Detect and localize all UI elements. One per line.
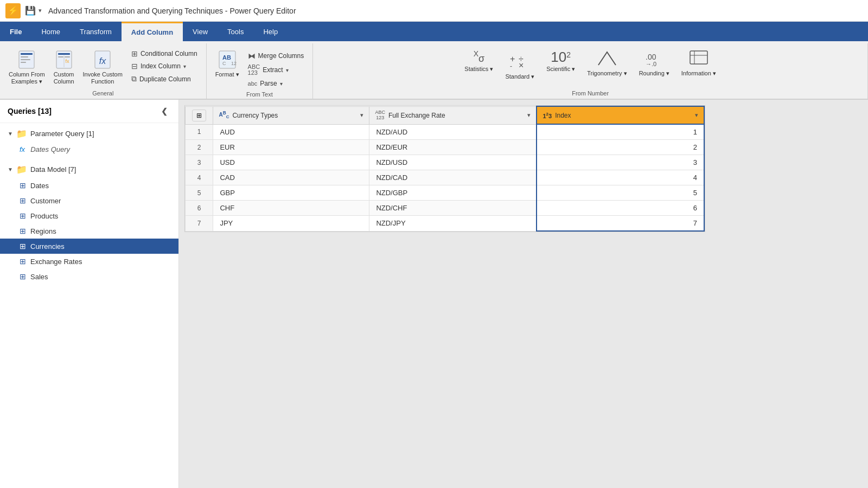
- custom-column-icon: fx: [54, 50, 74, 69]
- svg-rect-3: [21, 59, 30, 60]
- sidebar-item-dates[interactable]: ⊞ Dates: [0, 178, 178, 193]
- exchange-rate-cell: NZD/USD: [369, 155, 537, 170]
- row-number: 1: [186, 124, 213, 140]
- index-col-label: Index: [555, 112, 571, 119]
- scientific-icon: 102: [551, 50, 571, 64]
- index-cell: 1: [537, 124, 704, 140]
- queries-title: Queries [13]: [8, 107, 52, 115]
- parse-button[interactable]: abc Parse ▾: [244, 78, 309, 89]
- custom-column-button[interactable]: fx CustomColumn: [49, 48, 79, 87]
- index-header: 123 Index ▾: [537, 106, 704, 124]
- index-cell: 7: [537, 216, 704, 232]
- ribbon-group-from-number: Xσ Statistics ▾ + ÷ - × Standard ▾: [313, 43, 868, 99]
- table-row: 3USDNZD/USD3: [186, 155, 705, 170]
- collapse-sidebar-button[interactable]: ❮: [158, 105, 171, 117]
- table-row: 2EURNZD/EUR2: [186, 140, 705, 155]
- tab-help[interactable]: Help: [253, 22, 288, 41]
- table-icon-regions: ⊞: [20, 227, 26, 235]
- column-from-examples-icon: [17, 50, 36, 69]
- sidebar-item-customer[interactable]: ⊞ Customer: [0, 193, 178, 208]
- data-table-wrapper: ⊞ ABC Currency Types ▾: [184, 105, 705, 232]
- statistics-label: Statistics ▾: [464, 66, 493, 73]
- tab-file[interactable]: File: [0, 22, 31, 41]
- index-column-label: Index Column: [141, 62, 181, 70]
- trigonometry-button[interactable]: Trigonometry ▾: [583, 48, 631, 79]
- regions-label: Regions: [30, 227, 56, 235]
- extract-button[interactable]: ABC123 Extract ▾: [244, 62, 309, 78]
- full-exchange-rate-header: ABC123 Full Exchange Rate ▾: [369, 106, 537, 124]
- from-text-group-label: From Text: [211, 89, 309, 100]
- sidebar-item-sales[interactable]: ⊞ Sales: [0, 269, 178, 284]
- products-label: Products: [30, 212, 58, 220]
- index-cell: 2: [537, 140, 704, 155]
- statistics-button[interactable]: Xσ Statistics ▾: [460, 48, 497, 75]
- data-model-group-header[interactable]: ▼ 📁 Data Model [7]: [0, 161, 178, 178]
- table-type-badge[interactable]: ⊞: [192, 110, 206, 121]
- exchange-rate-cell: NZD/JPY: [369, 216, 537, 232]
- svg-text:×: ×: [519, 61, 524, 69]
- table-row: 1AUDNZD/AUD1: [186, 124, 705, 140]
- sidebar: Queries [13] ❮ ▼ 📁 Parameter Query [1] f…: [0, 100, 179, 488]
- title-text: Advanced Transformation and Querying Tec…: [48, 7, 296, 15]
- svg-rect-2: [21, 56, 28, 57]
- sidebar-item-exchange-rates[interactable]: ⊞ Exchange Rates: [0, 254, 178, 269]
- sidebar-item-currencies[interactable]: ⊞ Currencies: [0, 239, 178, 254]
- tab-tools[interactable]: Tools: [218, 22, 253, 41]
- table-row: 6CHFNZD/CHF6: [186, 201, 705, 216]
- index-column-icon: ⊟: [131, 62, 138, 70]
- sidebar-item-products[interactable]: ⊞ Products: [0, 208, 178, 223]
- table-icon-exchange-rates: ⊞: [20, 257, 26, 266]
- tab-add-column[interactable]: Add Column: [122, 22, 183, 41]
- exchange-rates-label: Exchange Rates: [30, 258, 82, 266]
- ribbon-group-general: Column FromExamples ▾ fx CustomColumn: [0, 43, 207, 99]
- information-button[interactable]: Information ▾: [677, 48, 720, 79]
- column-from-examples-button[interactable]: Column FromExamples ▾: [4, 48, 49, 87]
- format-button[interactable]: AB C 123 Format ▾: [211, 48, 244, 80]
- index-dropdown[interactable]: ▾: [695, 112, 698, 119]
- title-bar: ⚡ 💾 ▾ Advanced Transformation and Queryi…: [0, 0, 868, 22]
- scientific-button[interactable]: 102 Scientific ▾: [542, 48, 579, 75]
- parse-icon: abc: [248, 80, 258, 87]
- index-cell: 5: [537, 185, 704, 201]
- conditional-column-button[interactable]: ⊞ Conditional Column: [127, 48, 202, 60]
- currency-types-cell: USD: [213, 155, 369, 170]
- expand-arrow-icon-2: ▼: [8, 166, 13, 172]
- dates-query-label: Dates Query: [30, 145, 70, 153]
- standard-button[interactable]: + ÷ - × Standard ▾: [501, 48, 539, 82]
- sidebar-item-dates-query[interactable]: fx Dates Query: [0, 142, 178, 157]
- index-column-dropdown-icon: ▾: [183, 63, 186, 69]
- parse-label: Parse: [260, 80, 277, 87]
- full-exchange-rate-col-label: Full Exchange Rate: [388, 112, 445, 119]
- save-icon[interactable]: 💾: [25, 5, 36, 16]
- table-icon-sales: ⊞: [20, 272, 26, 281]
- tab-transform[interactable]: Transform: [70, 22, 122, 41]
- parse-dropdown-icon: ▾: [280, 81, 283, 87]
- svg-rect-1: [21, 53, 33, 55]
- conditional-column-label: Conditional Column: [141, 50, 197, 57]
- svg-text:fx: fx: [65, 59, 69, 64]
- merge-columns-icon: ⧓: [248, 52, 256, 60]
- full-exchange-rate-dropdown[interactable]: ▾: [527, 112, 531, 119]
- parameter-query-group-header[interactable]: ▼ 📁 Parameter Query [1]: [0, 125, 178, 142]
- currency-types-type-icon: ABC: [219, 111, 229, 120]
- data-table: ⊞ ABC Currency Types ▾: [185, 106, 705, 232]
- tab-view[interactable]: View: [183, 22, 218, 41]
- sidebar-item-regions[interactable]: ⊞ Regions: [0, 223, 178, 239]
- rounding-button[interactable]: .00 →.0 Rounding ▾: [635, 48, 674, 79]
- duplicate-column-label: Duplicate Column: [139, 75, 191, 83]
- full-exchange-rate-type-icon: ABC123: [375, 110, 385, 121]
- main-layout: Queries [13] ❮ ▼ 📁 Parameter Query [1] f…: [0, 100, 868, 488]
- currency-types-dropdown[interactable]: ▾: [360, 112, 363, 119]
- tab-home[interactable]: Home: [31, 22, 70, 41]
- duplicate-column-icon: ⧉: [131, 74, 137, 84]
- table-row: 7JPYNZD/JPY7: [186, 216, 705, 232]
- exchange-rate-cell: NZD/CHF: [369, 201, 537, 216]
- dropdown-arrow-icon[interactable]: ▾: [39, 7, 42, 14]
- index-column-button[interactable]: ⊟ Index Column ▾: [127, 60, 202, 72]
- merge-columns-button[interactable]: ⧓ Merge Columns: [244, 50, 309, 62]
- standard-icon: + ÷ - ×: [509, 50, 531, 72]
- trigonometry-icon: [597, 50, 617, 68]
- currency-types-cell: AUD: [213, 124, 369, 140]
- invoke-custom-function-button[interactable]: fx Invoke CustomFunction: [79, 48, 127, 87]
- duplicate-column-button[interactable]: ⧉ Duplicate Column: [127, 73, 202, 85]
